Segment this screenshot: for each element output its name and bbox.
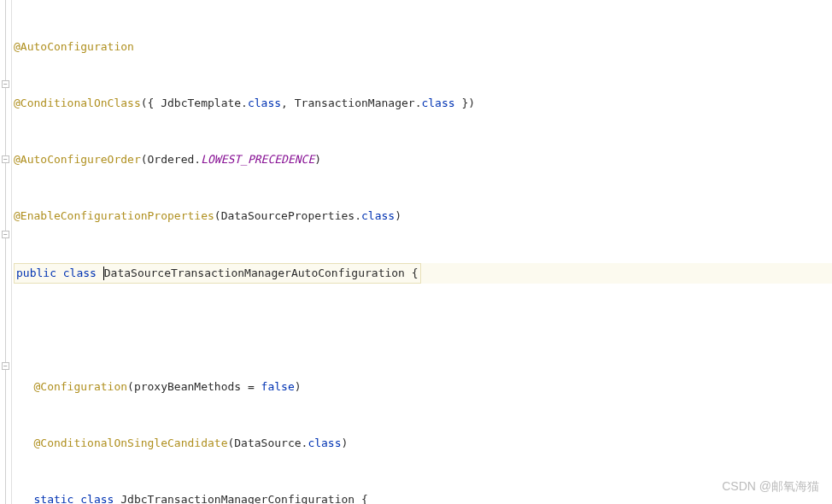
fold-marker-icon[interactable]: − bbox=[2, 155, 9, 163]
watermark: CSDN @邮氧海猫 bbox=[722, 477, 819, 495]
code-line: @ConditionalOnClass({ JdbcTemplate.class… bbox=[14, 94, 832, 113]
fold-marker-icon[interactable]: − bbox=[2, 80, 9, 88]
code-line: @ConditionalOnSingleCandidate(DataSource… bbox=[14, 434, 832, 453]
fold-marker-icon[interactable]: − bbox=[2, 231, 9, 238]
code-line-caret: public class DataSourceTransactionManage… bbox=[14, 263, 832, 284]
code-line: @AutoConfigureOrder(Ordered.LOWEST_PRECE… bbox=[14, 150, 832, 169]
code-area[interactable]: @AutoConfiguration @ConditionalOnClass({… bbox=[12, 0, 832, 504]
code-line: static class JdbcTransactionManagerConfi… bbox=[14, 490, 832, 504]
code-line: @EnableConfigurationProperties(DataSourc… bbox=[14, 207, 832, 226]
code-editor[interactable]: − − − − @AutoConfiguration @ConditionalO… bbox=[0, 0, 832, 504]
code-line bbox=[14, 321, 832, 340]
gutter: − − − − bbox=[0, 0, 12, 504]
fold-marker-icon[interactable]: − bbox=[2, 362, 9, 370]
code-line: @Configuration(proxyBeanMethods = false) bbox=[14, 378, 832, 396]
code-line: @AutoConfiguration bbox=[14, 38, 832, 56]
